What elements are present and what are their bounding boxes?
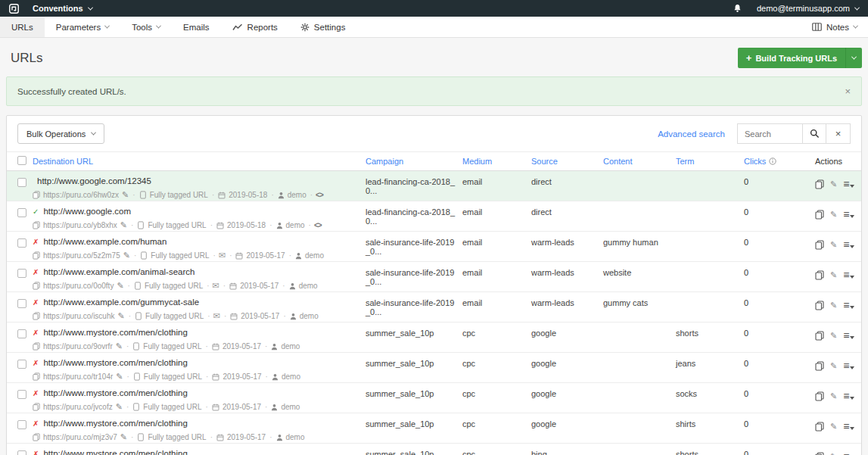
nav-item-reports[interactable]: Reports [221,17,289,37]
search-button[interactable] [802,123,826,144]
select-all-checkbox[interactable] [17,156,26,165]
edit-url-icon[interactable] [830,240,837,250]
notes-toggle[interactable]: Notes [801,17,868,37]
terminus-logo-icon[interactable] [9,4,19,14]
row-menu-icon[interactable] [843,300,854,310]
duplicate-url-icon[interactable] [815,331,824,341]
copy-short-url-icon[interactable] [33,342,40,351]
edit-url-icon[interactable] [830,210,837,220]
edit-url-icon[interactable] [830,452,837,455]
row-checkbox[interactable] [17,208,26,217]
destination-url[interactable]: http://www.example.com/gummycat-sale [43,298,199,307]
edit-short-url-icon[interactable] [116,341,123,351]
account-menu[interactable]: demo@terminusapp.com [757,4,859,13]
nav-item-urls[interactable]: URLs [0,17,45,37]
row-checkbox[interactable] [17,390,26,399]
row-checkbox[interactable] [17,269,26,278]
edit-url-icon[interactable] [830,270,837,280]
duplicate-url-icon[interactable] [815,210,824,220]
destination-url[interactable]: http://www.mystore.com/men/clothing [43,388,187,397]
search-clear-button[interactable]: × [826,123,851,144]
alert-close-icon[interactable]: × [845,86,851,96]
duplicate-url-icon[interactable] [815,179,824,189]
col-clicks[interactable]: Clicks [744,157,766,166]
destination-url[interactable]: http://www.example.com/animal-search [43,267,194,276]
row-menu-icon[interactable] [843,421,854,432]
short-url[interactable]: https://puru.co/9ovrfr [43,342,113,351]
row-menu-icon[interactable] [843,391,854,401]
edit-short-url-icon[interactable] [118,311,125,321]
row-menu-icon[interactable] [843,451,854,455]
info-icon[interactable] [769,157,776,165]
short-url[interactable]: https://puru.co/yb8xhx [43,221,117,229]
copy-short-url-icon[interactable] [33,433,40,441]
copy-short-url-icon[interactable] [33,282,40,290]
row-menu-icon[interactable] [843,330,854,341]
code-snippet-icon[interactable] [316,191,323,199]
search-input[interactable] [737,123,802,144]
edit-short-url-icon[interactable] [123,251,130,260]
notifications-bell-icon[interactable] [733,4,742,13]
destination-url[interactable]: http://www.google.com [43,207,131,216]
duplicate-url-icon[interactable] [815,361,824,371]
edit-url-icon[interactable] [830,301,837,310]
col-destination-url[interactable]: Destination URL [33,157,366,166]
advanced-search-link[interactable]: Advanced search [658,129,725,139]
copy-short-url-icon[interactable] [33,372,40,381]
destination-url[interactable]: http://www.mystore.com/men/clothing [43,328,187,337]
edit-short-url-icon[interactable] [120,432,127,442]
row-menu-icon[interactable] [843,209,854,220]
edit-short-url-icon[interactable] [120,220,127,230]
col-campaign[interactable]: Campaign [366,157,462,166]
col-content[interactable]: Content [603,157,676,166]
row-checkbox[interactable] [17,299,26,308]
edit-short-url-icon[interactable] [116,372,123,382]
row-menu-icon[interactable] [843,179,854,189]
project-switcher[interactable]: Conventions [33,4,92,13]
edit-short-url-icon[interactable] [117,281,123,291]
nav-item-emails[interactable]: Emails [172,17,221,37]
row-checkbox[interactable] [17,450,26,455]
copy-short-url-icon[interactable] [33,191,40,199]
copy-short-url-icon[interactable] [33,403,40,411]
edit-url-icon[interactable] [830,391,837,401]
nav-item-parameters[interactable]: Parameters [45,17,120,37]
bulk-operations-button[interactable]: Bulk Operations [17,123,104,144]
copy-short-url-icon[interactable] [33,221,40,229]
email-icon[interactable] [213,311,220,321]
duplicate-url-icon[interactable] [815,301,824,310]
row-menu-icon[interactable] [843,239,854,250]
code-snippet-icon[interactable] [314,221,322,229]
row-checkbox[interactable] [17,420,26,429]
destination-url[interactable]: http://www.mystore.com/men/clothing [43,419,187,428]
destination-url[interactable]: http://www.google.com/12345 [37,176,151,185]
email-icon[interactable] [219,251,226,260]
email-icon[interactable] [213,281,219,291]
edit-url-icon[interactable] [830,179,837,189]
short-url[interactable]: https://puru.co/jvcofz [43,403,113,411]
row-menu-icon[interactable] [843,270,854,280]
short-url[interactable]: https://puru.co/iscuhk [43,312,115,320]
duplicate-url-icon[interactable] [815,422,824,432]
short-url[interactable]: https://puru.co/tr104r [43,372,113,381]
row-menu-icon[interactable] [843,360,854,371]
row-checkbox[interactable] [17,238,26,248]
edit-url-icon[interactable] [830,361,837,371]
edit-url-icon[interactable] [830,331,837,341]
short-url[interactable]: https://puru.co/6hw0zx [43,191,119,199]
duplicate-url-icon[interactable] [815,391,824,401]
col-medium[interactable]: Medium [462,157,531,166]
build-tracking-urls-dropdown[interactable] [845,48,862,68]
row-checkbox[interactable] [17,329,26,338]
short-url[interactable]: https://puru.co/0o0fty [43,282,114,290]
duplicate-url-icon[interactable] [815,240,824,250]
nav-item-tools[interactable]: Tools [120,17,172,37]
short-url[interactable]: https://puru.co/5z2m75 [43,251,120,260]
build-tracking-urls-button[interactable]: Build Tracking URLs [738,48,845,68]
destination-url[interactable]: http://www.example.com/human [43,237,166,246]
nav-item-settings[interactable]: Settings [289,17,357,37]
duplicate-url-icon[interactable] [815,452,824,455]
edit-short-url-icon[interactable] [116,402,123,412]
edit-url-icon[interactable] [830,422,837,432]
row-checkbox[interactable] [17,178,26,187]
